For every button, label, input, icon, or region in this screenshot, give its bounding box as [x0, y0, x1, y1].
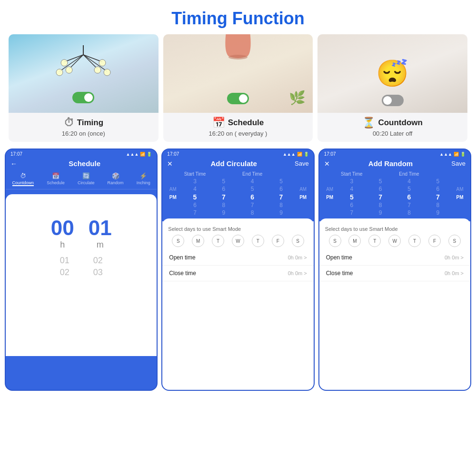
timing-card: ⏱ Timing 16:20 on (once) [9, 34, 159, 142]
leaf-decoration: 🌿 [289, 90, 306, 106]
status-bar-2: 17:07 ▲▲▲ 📶 🔋 [162, 149, 313, 159]
countdown-hours-group: 00 h [51, 216, 74, 250]
picker-row-3-3: 6878 [319, 201, 470, 209]
tab-inching-icon: ⚡ [139, 172, 147, 179]
open-time-value-2: 0h 0m > [288, 255, 307, 260]
picker-header-2: Start Time End Time [162, 170, 313, 178]
battery-icon: 🔋 [147, 152, 152, 157]
signal-icon-3: ▲▲▲ [439, 152, 452, 157]
tab-inching[interactable]: ⚡ Inching [137, 172, 150, 186]
tab-bar-1[interactable]: ⏱ Countdown 📅 Schedule 🔄 Circulate 🎲 Ran… [6, 170, 157, 189]
open-time-row-3[interactable]: Open time 0h 0m > [319, 250, 470, 266]
tab-circulate-label: Circulate [78, 180, 95, 185]
countdown-m-sub: 02 [93, 256, 103, 266]
tab-random[interactable]: 🎲 Random [108, 172, 124, 186]
picker-row-4-3: 7989 [319, 209, 470, 217]
save-button-2[interactable]: Save [295, 160, 309, 167]
tab-countdown[interactable]: ⏱ Countdown [12, 172, 34, 186]
random-white-card: Select days to use Smart Mode S M T W T … [319, 218, 470, 390]
status-icons-2: ▲▲▲ 📶 🔋 [283, 152, 309, 157]
page-title: Timing Function [0, 0, 476, 34]
day-W-3[interactable]: W [388, 235, 401, 247]
feature-cards: ⏱ Timing 16:20 on (once) 🌿 📅 [0, 34, 476, 142]
phone-header-3: ✕ Add Random Save [319, 159, 470, 170]
close-time-row-2[interactable]: Close time 0h 0m > [162, 266, 313, 281]
countdown-sub-display: 01 02 [15, 256, 147, 266]
timing-toggle[interactable] [72, 92, 94, 103]
schedule-title-1: Schedule [69, 159, 100, 168]
day-S2-2[interactable]: S [292, 235, 304, 247]
wifi-icon-2: 📶 [297, 152, 302, 157]
countdown-minutes-group: 01 m [89, 216, 112, 250]
picker-row-4-2: 7989 [162, 209, 313, 217]
close-time-val-3: 0h 0m [445, 270, 459, 276]
picker-row-0-2: 3545 [162, 178, 313, 185]
schedule-icon: 📅 [212, 117, 225, 129]
day-T1-3[interactable]: T [368, 235, 381, 247]
day-S1-2[interactable]: S [172, 235, 184, 247]
close-button-2[interactable]: ✕ [167, 160, 173, 168]
days-label-2: Select days to use Smart Mode [168, 226, 307, 232]
svg-line-2 [83, 55, 98, 69]
day-M-3[interactable]: M [348, 235, 361, 247]
status-time-1: 17:07 [10, 151, 22, 157]
signal-icon: ▲▲▲ [126, 152, 139, 157]
tab-countdown-icon: ⏱ [20, 172, 26, 179]
day-S2-3[interactable]: S [448, 235, 461, 247]
phone-header-2: ✕ Add Circulate Save [162, 159, 313, 170]
status-bar-3: 17:07 ▲▲▲ 📶 🔋 [319, 149, 470, 159]
close-time-chevron-3: > [461, 270, 464, 276]
picker-row-selected-2: PM5767PM [162, 193, 313, 201]
countdown-hours: 00 [51, 216, 74, 240]
status-icons-1: ▲▲▲ 📶 🔋 [126, 152, 152, 157]
svg-point-11 [56, 69, 63, 76]
countdown-toggle[interactable] [382, 95, 404, 106]
back-button-1[interactable]: ← [10, 160, 17, 168]
schedule-toggle[interactable] [227, 93, 249, 104]
day-T1-2[interactable]: T [212, 235, 224, 247]
day-S1-3[interactable]: S [329, 235, 341, 247]
days-row-3: S M T W T F S [325, 235, 465, 247]
timing-card-image [9, 34, 159, 113]
phone-circulate: 17:07 ▲▲▲ 📶 🔋 ✕ Add Circulate Save Start… [161, 149, 314, 391]
picker-row-selected-3: PM5767PM [319, 193, 470, 201]
countdown-m-sub2: 03 [93, 268, 103, 278]
svg-point-15 [228, 55, 248, 60]
tab-circulate[interactable]: 🔄 Circulate [78, 172, 95, 186]
tab-schedule-label: Schedule [47, 180, 65, 185]
save-button-3[interactable]: Save [451, 160, 466, 167]
status-icons-3: ▲▲▲ 📶 🔋 [439, 152, 466, 157]
day-F-3[interactable]: F [428, 235, 441, 247]
end-time-label-3: End Time [395, 171, 423, 177]
days-label-3: Select days to use Smart Mode [325, 226, 465, 232]
phone-countdown: 17:07 ▲▲▲ 📶 🔋 ← Schedule ⏱ Countdown 📅 S… [5, 149, 158, 391]
circulate-title: Add Circulate [210, 159, 257, 168]
day-M-2[interactable]: M [192, 235, 204, 247]
svg-point-9 [61, 60, 68, 66]
close-button-3[interactable]: ✕ [324, 160, 330, 168]
close-time-row-3[interactable]: Close time 0h 0m > [319, 266, 470, 281]
svg-point-12 [104, 69, 110, 76]
picker-row-1-2: AM4656AM [162, 185, 313, 193]
phone-header-1: ← Schedule [6, 159, 157, 170]
timing-icon: ⏱ [64, 117, 74, 129]
schedule-card: 🌿 📅 Schedule 16:20 on ( everyday ) [163, 34, 313, 142]
picker-row-0-3: 3545 [319, 178, 470, 185]
close-time-label-2: Close time [169, 270, 196, 277]
tab-schedule[interactable]: 📅 Schedule [47, 172, 65, 186]
day-W-2[interactable]: W [232, 235, 244, 247]
open-time-val-2: 0h 0m [288, 255, 303, 260]
tab-countdown-label: Countdown [12, 180, 34, 185]
timing-sublabel: 16:20 on (once) [9, 130, 159, 142]
end-time-label-2: End Time [238, 171, 267, 177]
countdown-display: 00 h 01 m [15, 202, 147, 256]
day-T2-3[interactable]: T [408, 235, 421, 247]
days-section-2: Select days to use Smart Mode S M T W T … [162, 221, 313, 250]
day-T2-2[interactable]: T [252, 235, 264, 247]
countdown-icon: ⏳ [362, 117, 375, 129]
countdown-card-image: 😴 [317, 34, 467, 113]
countdown-sublabel: 00:20 Later off [317, 130, 467, 142]
day-F-2[interactable]: F [272, 235, 284, 247]
open-time-row-2[interactable]: Open time 0h 0m > [162, 250, 313, 266]
circulate-white-card: Select days to use Smart Mode S M T W T … [162, 218, 313, 390]
